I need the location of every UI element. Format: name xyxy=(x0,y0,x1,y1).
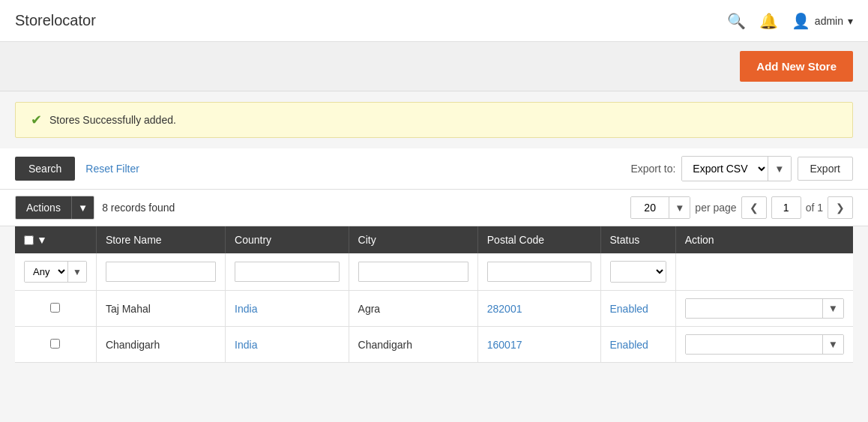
row1-store-name: Taj Mahal xyxy=(96,291,225,327)
filter-any-dropdown-btn[interactable]: ▼ xyxy=(67,262,86,282)
user-icon: 👤 xyxy=(792,12,810,30)
actions-wrap: Actions ▼ xyxy=(15,196,94,220)
row2-city: Chandigarh xyxy=(349,327,477,363)
th-action: Action xyxy=(675,226,853,253)
row1-checkbox[interactable] xyxy=(50,303,60,313)
per-page-input[interactable] xyxy=(631,197,669,218)
table-row: Chandigarh India Chandigarh 160017 Enabl… xyxy=(15,327,853,363)
row2-checkbox-cell xyxy=(15,327,96,363)
admin-label: admin xyxy=(815,15,843,27)
page-of-label: of 1 xyxy=(806,202,823,214)
filter-status-select[interactable]: Enabled Disabled xyxy=(611,262,666,282)
header: Storelocator 🔍 🔔 👤 admin ▾ xyxy=(0,0,868,42)
th-country: Country xyxy=(226,226,349,253)
store-table: ▼ Store Name Country City Postal Code St… xyxy=(15,226,853,363)
per-page-wrap: ▼ xyxy=(630,196,690,219)
search-icon[interactable]: 🔍 xyxy=(727,12,746,30)
table-filter-row: Any Yes No ▼ xyxy=(15,253,853,291)
success-banner: ✔ Stores Successfully added. xyxy=(15,102,853,138)
filter-postal-cell xyxy=(477,253,600,291)
filter-checkbox-cell: Any Yes No ▼ xyxy=(15,253,96,291)
header-actions: 🔍 🔔 👤 admin ▾ xyxy=(727,12,853,30)
row1-city: Agra xyxy=(349,291,477,327)
row1-checkbox-cell xyxy=(15,291,96,327)
th-checkbox: ▼ xyxy=(15,226,96,253)
filter-status-cell: Enabled Disabled xyxy=(600,253,675,291)
filter-row: Search Reset Filter Export to: Export CS… xyxy=(0,148,868,190)
admin-menu[interactable]: 👤 admin ▾ xyxy=(792,12,853,30)
actions-button[interactable]: Actions xyxy=(16,196,71,219)
row1-action-input[interactable] xyxy=(686,299,822,318)
filter-any-select[interactable]: Any Yes No xyxy=(25,262,67,282)
pagination-section: ▼ per page ❮ of 1 ❯ xyxy=(630,196,853,219)
table-wrap: ▼ Store Name Country City Postal Code St… xyxy=(0,226,868,378)
filter-action-cell xyxy=(675,253,853,291)
export-section: Export to: Export CSV Export XML ▼ Expor… xyxy=(630,156,853,181)
export-select-wrap: Export CSV Export XML ▼ xyxy=(681,156,791,181)
row2-action-cell: ▼ xyxy=(675,327,853,363)
per-page-label: per page xyxy=(695,202,736,214)
row1-country[interactable]: India xyxy=(226,291,349,327)
page-prev-button[interactable]: ❮ xyxy=(741,196,767,219)
row1-postal[interactable]: 282001 xyxy=(477,291,600,327)
add-new-store-button[interactable]: Add New Store xyxy=(740,51,853,82)
row1-status: Enabled xyxy=(600,291,675,327)
row2-store-name: Chandigarh xyxy=(96,327,225,363)
export-format-select[interactable]: Export CSV Export XML xyxy=(682,157,768,181)
row2-action-dropdown-btn[interactable]: ▼ xyxy=(822,335,843,354)
row2-postal[interactable]: 160017 xyxy=(477,327,600,363)
reset-filter-button[interactable]: Reset Filter xyxy=(85,163,139,175)
row1-action-dropdown-btn[interactable]: ▼ xyxy=(822,299,843,318)
app-title: Storelocator xyxy=(15,12,96,29)
select-all-checkbox[interactable] xyxy=(24,235,34,245)
records-count: 8 records found xyxy=(102,202,175,214)
row2-status: Enabled xyxy=(600,327,675,363)
filter-city-cell xyxy=(349,253,477,291)
row2-checkbox[interactable] xyxy=(50,339,60,349)
admin-dropdown-arrow: ▾ xyxy=(848,15,853,27)
th-city: City xyxy=(349,226,477,253)
toolbar-bar: Add New Store xyxy=(0,42,868,91)
filter-store-name-cell xyxy=(96,253,225,291)
filter-country-input[interactable] xyxy=(235,262,340,282)
filter-city-input[interactable] xyxy=(358,262,468,282)
success-message: Stores Successfully added. xyxy=(49,114,176,126)
th-status: Status xyxy=(600,226,675,253)
page-next-button[interactable]: ❯ xyxy=(828,196,853,219)
th-checkbox-arrow[interactable]: ▼ xyxy=(37,234,47,246)
table-header-row: ▼ Store Name Country City Postal Code St… xyxy=(15,226,853,253)
filter-postal-input[interactable] xyxy=(487,262,591,282)
table-row: Taj Mahal India Agra 282001 Enabled ▼ xyxy=(15,291,853,327)
th-store-name: Store Name xyxy=(96,226,225,253)
filter-store-name-input[interactable] xyxy=(106,262,216,282)
export-format-dropdown-btn[interactable]: ▼ xyxy=(768,157,790,181)
export-to-label: Export to: xyxy=(630,163,675,175)
success-check-icon: ✔ xyxy=(31,112,42,128)
row1-action-cell: ▼ xyxy=(675,291,853,327)
page-number-input[interactable] xyxy=(771,196,801,219)
filter-country-cell xyxy=(226,253,349,291)
search-button[interactable]: Search xyxy=(15,157,75,181)
th-postal-code: Postal Code xyxy=(477,226,600,253)
bell-icon[interactable]: 🔔 xyxy=(759,12,778,30)
row2-country[interactable]: India xyxy=(226,327,349,363)
export-button[interactable]: Export xyxy=(798,157,853,181)
row2-action-input[interactable] xyxy=(686,335,822,354)
per-page-dropdown-btn[interactable]: ▼ xyxy=(669,197,690,218)
records-row: Actions ▼ 8 records found ▼ per page ❮ o… xyxy=(0,190,868,226)
actions-dropdown-btn[interactable]: ▼ xyxy=(71,196,94,219)
